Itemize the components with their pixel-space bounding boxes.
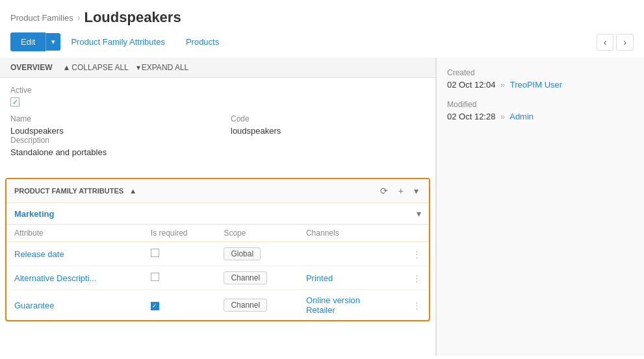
modified-label: Modified (447, 100, 634, 109)
tab-product-family-attributes[interactable]: Product Family Attributes (60, 32, 175, 51)
modified-section: Modified 02 Oct 12:28 » Admin (447, 100, 634, 121)
overview-label: OVERVIEW (10, 63, 52, 72)
modified-value: 02 Oct 12:28 » Admin (447, 112, 634, 121)
pfa-add-button[interactable]: + (396, 184, 406, 197)
required-checkbox[interactable] (151, 249, 159, 257)
attribute-link[interactable]: Release date (14, 249, 64, 259)
pfa-menu-button[interactable]: ▾ (411, 184, 421, 197)
col-attribute: Attribute (6, 225, 143, 242)
col-channels: Channels (298, 225, 395, 242)
modified-date: 02 Oct 12:28 (447, 112, 495, 121)
attribute-cell: Alternative Descripti... (6, 266, 143, 290)
pfa-title: PRODUCT FAMILY ATTRIBUTES ▲ (14, 187, 378, 195)
table-row: GuaranteeChannelOnline versionRetailer⋮ (6, 290, 429, 321)
name-code-row: Name Loudspeakers Code loudspeakers (10, 114, 425, 136)
row-menu-button[interactable]: ⋮ (395, 266, 429, 290)
breadcrumb-parent-link[interactable]: Product Families (10, 13, 73, 23)
created-section: Created 02 Oct 12:04 » TreoPIM User (447, 68, 634, 90)
code-field: Code loudspeakers (231, 114, 425, 136)
breadcrumb-separator: › (77, 12, 81, 23)
required-checkbox[interactable] (151, 302, 159, 310)
required-cell (143, 266, 216, 290)
collapse-all-label: Collapse All (71, 63, 128, 72)
description-value: Standalone and portables (10, 147, 425, 157)
pfa-refresh-button[interactable]: ⟳ (378, 184, 391, 197)
edit-button[interactable]: Edit (10, 32, 45, 51)
scope-cell: Global (216, 242, 298, 266)
code-label: Code (231, 114, 425, 123)
name-value: Loudspeakers (10, 126, 205, 136)
channel-link[interactable]: Retailer (306, 305, 335, 315)
scope-cell: Channel (216, 290, 298, 321)
tab-products[interactable]: Products (175, 32, 229, 51)
required-checkbox[interactable] (151, 273, 159, 281)
row-menu-button[interactable]: ⋮ (395, 290, 429, 321)
col-required: Is required (143, 225, 216, 242)
channels-cell: Online versionRetailer (298, 290, 395, 321)
name-field: Name Loudspeakers (10, 114, 205, 136)
col-actions (395, 225, 429, 242)
pfa-title-icon: ▲ (129, 187, 136, 195)
active-label: Active (10, 86, 425, 95)
channel-link[interactable]: Printed (306, 273, 333, 283)
modified-user-link[interactable]: Admin (509, 112, 534, 121)
attribute-cell: Guarantee (6, 290, 143, 321)
name-label: Name (10, 114, 205, 123)
collapse-icon: ▲ (62, 63, 70, 72)
channels-cell: Printed (298, 266, 395, 290)
code-value: loudspeakers (231, 126, 425, 136)
attribute-link[interactable]: Alternative Descripti... (14, 273, 96, 283)
attribute-link[interactable]: Guarantee (14, 301, 54, 310)
attribute-cell: Release date (6, 242, 143, 266)
created-label: Created (447, 68, 634, 77)
scope-cell: Channel (216, 266, 298, 290)
row-menu-button[interactable]: ⋮ (395, 242, 429, 266)
modified-arrow: » (500, 112, 505, 121)
toolbar: Edit ▾ Product Family Attributes Product… (0, 32, 644, 58)
main-layout: OVERVIEW ▲ Collapse All ▾ Expand All Act… (0, 58, 644, 356)
created-user-link[interactable]: TreoPIM User (510, 80, 562, 90)
overview-bar: OVERVIEW ▲ Collapse All ▾ Expand All (0, 58, 435, 78)
marketing-group-header: Marketing ▾ (6, 203, 429, 225)
pfa-header: PRODUCT FAMILY ATTRIBUTES ▲ ⟳ + ▾ (6, 179, 429, 203)
edit-dropdown-button[interactable]: ▾ (45, 33, 60, 51)
expand-all-button[interactable]: ▾ Expand All (136, 63, 188, 72)
next-button[interactable]: › (616, 34, 634, 51)
nav-arrows: ‹ › (597, 34, 634, 51)
marketing-group-toggle[interactable]: ▾ (417, 208, 421, 219)
channels-cell (298, 242, 395, 266)
product-family-attributes-section: PRODUCT FAMILY ATTRIBUTES ▲ ⟳ + ▾ Market… (5, 178, 430, 321)
active-checkbox[interactable] (10, 97, 19, 106)
prev-button[interactable]: ‹ (597, 34, 614, 51)
required-cell (143, 290, 216, 321)
created-value: 02 Oct 12:04 » TreoPIM User (447, 80, 634, 90)
table-row: Release dateGlobal⋮ (6, 242, 429, 266)
description-field-group: Description Standalone and portables (10, 136, 425, 157)
channel-link[interactable]: Online version (306, 295, 360, 305)
attributes-table: Attribute Is required Scope Channels Rel… (6, 225, 429, 320)
active-field-group: Active (10, 86, 425, 106)
table-header-row: Attribute Is required Scope Channels (6, 225, 429, 242)
breadcrumb: Product Families › Loudspeakers (0, 0, 644, 32)
page-title: Loudspeakers (84, 9, 181, 26)
description-label: Description (10, 136, 425, 145)
created-date: 02 Oct 12:04 (447, 80, 495, 90)
expand-all-label: Expand All (142, 63, 188, 72)
overview-controls: ▲ Collapse All ▾ Expand All (62, 63, 188, 72)
edit-button-group: Edit ▾ (10, 32, 60, 51)
expand-icon: ▾ (136, 63, 140, 72)
created-arrow: » (500, 80, 505, 90)
right-panel: Created 02 Oct 12:04 » TreoPIM User Modi… (436, 58, 644, 356)
left-panel: OVERVIEW ▲ Collapse All ▾ Expand All Act… (0, 58, 436, 356)
pfa-title-text: PRODUCT FAMILY ATTRIBUTES (14, 187, 123, 195)
marketing-group-name[interactable]: Marketing (14, 209, 54, 219)
collapse-all-button[interactable]: ▲ Collapse All (62, 63, 128, 72)
form-section: Active Name Loudspeakers Code loudspeake… (0, 78, 435, 173)
scope-badge: Channel (224, 271, 267, 284)
pfa-actions: ⟳ + ▾ (378, 184, 421, 197)
table-row: Alternative Descripti...ChannelPrinted⋮ (6, 266, 429, 290)
scope-badge: Global (224, 247, 261, 260)
required-cell (143, 242, 216, 266)
scope-badge: Channel (224, 299, 267, 312)
col-scope: Scope (216, 225, 298, 242)
